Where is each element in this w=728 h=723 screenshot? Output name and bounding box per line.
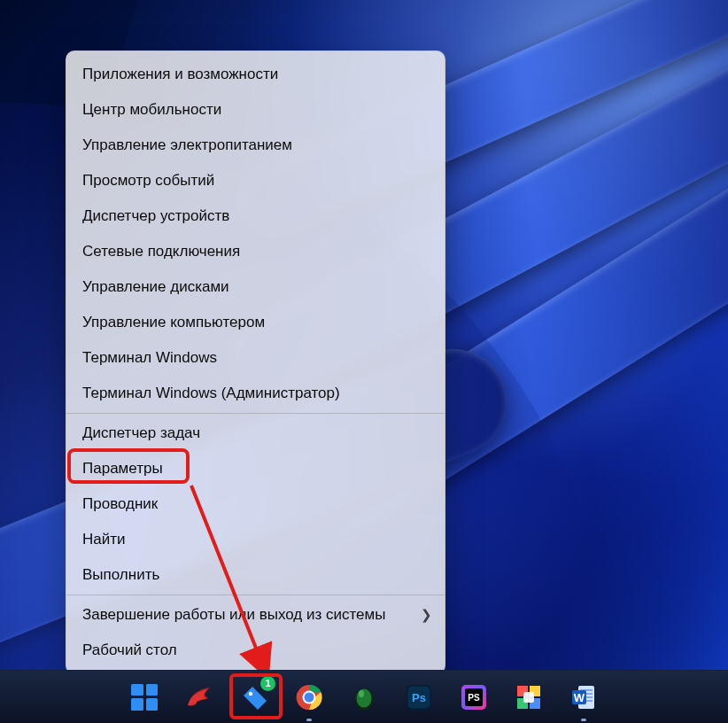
menu-item-label: Диспетчер устройств [82, 207, 229, 225]
taskbar-app-word[interactable]: W [566, 680, 601, 715]
phpstorm-icon: PS [460, 683, 488, 711]
menu-item-disk-management[interactable]: Управление дисками [66, 269, 445, 305]
taskbar-app-phpstorm[interactable]: PS [456, 680, 492, 715]
svg-text:PS: PS [468, 693, 480, 703]
running-indicator [306, 719, 312, 721]
svg-point-5 [305, 692, 314, 702]
menu-item-label: Терминал Windows [82, 349, 217, 367]
badge: 1 [260, 676, 275, 691]
chevron-right-icon: ❯ [421, 607, 432, 623]
menu-item-terminal-admin[interactable]: Терминал Windows (Администратор) [66, 376, 445, 411]
start-button[interactable] [127, 680, 162, 715]
taskbar-app-dragon[interactable] [182, 680, 217, 715]
menu-item-label: Найти [82, 531, 126, 548]
menu-item-task-manager[interactable]: Диспетчер задач [66, 416, 445, 451]
menu-item-search[interactable]: Найти [66, 522, 445, 557]
menu-item-terminal[interactable]: Терминал Windows [66, 340, 445, 376]
menu-item-label: Управление электропитанием [82, 136, 292, 154]
menu-separator [66, 595, 445, 595]
menu-item-label: Выполнить [82, 566, 159, 584]
taskbar: 1 Ps [0, 670, 728, 723]
menu-item-label: Терминал Windows (Администратор) [82, 385, 340, 402]
menu-separator [66, 413, 445, 414]
menu-item-label: Управление компьютером [82, 314, 265, 331]
taskbar-app-tag[interactable]: 1 [236, 680, 272, 715]
menu-item-shutdown-signout[interactable]: Завершение работы или выход из системы ❯ [66, 597, 445, 633]
menu-item-apps-features[interactable]: Приложения и возможности [66, 57, 445, 92]
svg-text:Ps: Ps [412, 691, 426, 704]
menu-item-file-explorer[interactable]: Проводник [66, 486, 445, 522]
running-indicator [581, 719, 586, 721]
winx-context-menu: Приложения и возможности Центр мобильнос… [66, 51, 445, 674]
menu-item-label: Центр мобильности [82, 101, 221, 119]
taskbar-app-egg[interactable] [346, 680, 382, 715]
taskbar-app-color[interactable] [511, 680, 546, 715]
menu-item-computer-management[interactable]: Управление компьютером [66, 305, 445, 340]
chrome-icon [295, 683, 323, 711]
taskbar-app-chrome[interactable] [291, 680, 327, 715]
menu-item-desktop[interactable]: Рабочий стол [66, 633, 445, 668]
svg-text:W: W [574, 691, 585, 704]
menu-item-label: Завершение работы или выход из системы [82, 606, 385, 624]
menu-item-event-viewer[interactable]: Просмотр событий [66, 163, 445, 198]
menu-item-label: Приложения и возможности [82, 66, 278, 83]
egg-icon [350, 683, 378, 711]
badge-count: 1 [265, 678, 270, 688]
menu-item-label: Сетевые подключения [82, 243, 240, 260]
dragon-icon [185, 683, 213, 711]
word-icon: W [569, 683, 598, 711]
menu-item-device-manager[interactable]: Диспетчер устройств [66, 198, 445, 234]
menu-item-label: Параметры [82, 460, 163, 478]
menu-item-label: Проводник [82, 495, 158, 513]
menu-item-settings[interactable]: Параметры [66, 451, 445, 486]
menu-item-network-connections[interactable]: Сетевые подключения [66, 234, 445, 269]
windows-logo-icon [131, 684, 158, 711]
menu-item-mobility-center[interactable]: Центр мобильности [66, 92, 445, 128]
photoshop-icon: Ps [405, 683, 433, 711]
menu-item-label: Рабочий стол [82, 641, 177, 659]
svg-rect-19 [523, 692, 534, 703]
taskbar-app-photoshop[interactable]: Ps [401, 680, 437, 715]
svg-point-2 [249, 691, 252, 695]
color-grid-icon [515, 683, 543, 711]
menu-item-label: Управление дисками [82, 278, 229, 296]
menu-item-label: Диспетчер задач [82, 424, 200, 442]
svg-point-8 [359, 690, 364, 697]
menu-item-power-options[interactable]: Управление электропитанием [66, 128, 445, 163]
svg-point-7 [357, 688, 372, 707]
menu-item-label: Просмотр событий [82, 172, 214, 190]
menu-item-run[interactable]: Выполнить [66, 557, 445, 593]
